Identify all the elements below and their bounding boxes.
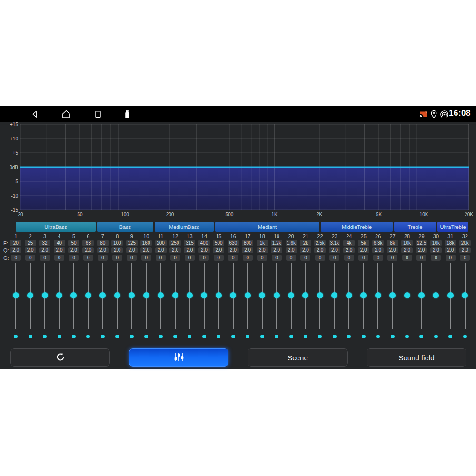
gain-value-chip[interactable]: 0: [228, 255, 238, 261]
slider-thumb[interactable]: [462, 292, 468, 298]
q-value-chip[interactable]: 2.0: [445, 247, 456, 253]
channel-dot[interactable]: [434, 335, 438, 338]
q-value-chip[interactable]: 2.0: [184, 247, 195, 253]
gain-slider[interactable]: [226, 263, 240, 329]
gain-value-chip[interactable]: 0: [416, 255, 426, 261]
slider-thumb[interactable]: [42, 292, 48, 298]
q-value-chip[interactable]: 2.0: [82, 247, 94, 253]
q-value-chip[interactable]: 2.0: [126, 247, 138, 253]
freq-value-chip[interactable]: 20k: [459, 240, 471, 246]
gain-slider[interactable]: [110, 263, 124, 329]
freq-value-chip[interactable]: 12.5: [416, 240, 427, 246]
gain-slider[interactable]: [96, 263, 110, 329]
slider-thumb[interactable]: [27, 292, 33, 298]
gain-value-chip[interactable]: 0: [83, 255, 93, 261]
freq-value-chip[interactable]: 2k: [300, 240, 311, 246]
q-value-chip[interactable]: 2.0: [372, 247, 384, 253]
gain-slider[interactable]: [443, 263, 457, 329]
freq-value-chip[interactable]: 100: [111, 240, 123, 246]
gain-slider[interactable]: [139, 263, 153, 329]
freq-value-chip[interactable]: 4k: [343, 240, 355, 246]
freq-value-chip[interactable]: 40: [54, 240, 65, 246]
gain-value-chip[interactable]: 0: [431, 255, 441, 261]
q-value-chip[interactable]: 2.0: [257, 247, 268, 253]
channel-dot[interactable]: [246, 335, 249, 338]
gain-slider[interactable]: [67, 263, 81, 329]
freq-value-chip[interactable]: 315: [184, 240, 195, 246]
band-segment-middletreble[interactable]: MiddleTreble: [321, 222, 393, 232]
channel-dot[interactable]: [159, 335, 163, 338]
channel-dot[interactable]: [43, 335, 47, 338]
gain-slider[interactable]: [38, 263, 52, 329]
slider-thumb[interactable]: [114, 292, 120, 298]
gain-value-chip[interactable]: 0: [185, 255, 195, 261]
q-value-chip[interactable]: 2.0: [358, 247, 369, 253]
gain-value-chip[interactable]: 0: [300, 255, 310, 261]
band-segment-bass[interactable]: Bass: [97, 222, 153, 232]
channel-dot[interactable]: [260, 335, 264, 338]
channel-dot[interactable]: [29, 335, 32, 338]
gain-value-chip[interactable]: 0: [286, 255, 296, 261]
q-value-chip[interactable]: 2.0: [198, 247, 210, 253]
channel-dot[interactable]: [347, 335, 351, 338]
gain-slider[interactable]: [255, 263, 269, 329]
freq-value-chip[interactable]: 500: [213, 240, 224, 246]
q-value-chip[interactable]: 2.0: [300, 247, 311, 253]
freq-value-chip[interactable]: 18k: [445, 240, 456, 246]
freq-value-chip[interactable]: 1.6k: [286, 240, 297, 246]
channel-dot[interactable]: [275, 335, 278, 338]
q-value-chip[interactable]: 2.0: [416, 247, 427, 253]
freq-value-chip[interactable]: 25: [25, 240, 36, 246]
gain-slider[interactable]: [429, 263, 443, 329]
channel-dot[interactable]: [58, 335, 61, 338]
q-value-chip[interactable]: 2.0: [242, 247, 253, 253]
gain-slider[interactable]: [400, 263, 414, 329]
channel-dot[interactable]: [463, 335, 467, 338]
gain-value-chip[interactable]: 0: [98, 255, 108, 261]
gain-value-chip[interactable]: 0: [460, 255, 470, 261]
channel-dot[interactable]: [188, 335, 191, 338]
gain-value-chip[interactable]: 0: [315, 255, 325, 261]
band-segment-treble[interactable]: Treble: [394, 222, 436, 232]
channel-dot[interactable]: [289, 335, 293, 338]
gain-slider[interactable]: [168, 263, 182, 329]
freq-value-chip[interactable]: 800: [242, 240, 253, 246]
freq-value-chip[interactable]: 2.5k: [314, 240, 326, 246]
channel-dot[interactable]: [318, 335, 322, 338]
band-segment-ultratreble[interactable]: UltraTreble: [437, 222, 468, 232]
slider-thumb[interactable]: [259, 292, 265, 298]
gain-value-chip[interactable]: 0: [54, 255, 64, 261]
freq-value-chip[interactable]: 10k: [401, 240, 413, 246]
gain-value-chip[interactable]: 0: [170, 255, 180, 261]
gain-value-chip[interactable]: 0: [25, 255, 35, 261]
freq-value-chip[interactable]: 1.2k: [271, 240, 282, 246]
slider-thumb[interactable]: [99, 292, 106, 298]
gain-slider[interactable]: [240, 263, 255, 329]
freq-value-chip[interactable]: 125: [126, 240, 138, 246]
q-value-chip[interactable]: 2.0: [329, 247, 340, 253]
q-value-chip[interactable]: 2.0: [459, 247, 471, 253]
sound-field-button[interactable]: Sound field: [367, 348, 466, 367]
gain-value-chip[interactable]: 0: [446, 255, 456, 261]
back-icon[interactable]: [30, 109, 40, 119]
slider-thumb[interactable]: [143, 292, 149, 298]
q-value-chip[interactable]: 2.0: [401, 247, 413, 253]
freq-value-chip[interactable]: 32: [39, 240, 50, 246]
slider-thumb[interactable]: [418, 292, 425, 298]
channel-dot[interactable]: [391, 335, 395, 338]
gain-slider[interactable]: [342, 263, 356, 329]
gain-value-chip[interactable]: 0: [112, 255, 122, 261]
q-value-chip[interactable]: 2.0: [387, 247, 398, 253]
gain-slider[interactable]: [153, 263, 168, 329]
reset-button[interactable]: [10, 348, 110, 367]
channel-dot[interactable]: [101, 335, 105, 338]
freq-value-chip[interactable]: 8k: [387, 240, 398, 246]
slider-thumb[interactable]: [129, 292, 135, 298]
gain-slider[interactable]: [52, 263, 66, 329]
channel-dot[interactable]: [173, 335, 177, 338]
channel-dot[interactable]: [405, 335, 409, 338]
gain-slider[interactable]: [211, 263, 226, 329]
q-value-chip[interactable]: 2.0: [286, 247, 297, 253]
gain-value-chip[interactable]: 0: [214, 255, 224, 261]
slider-thumb[interactable]: [201, 292, 207, 298]
